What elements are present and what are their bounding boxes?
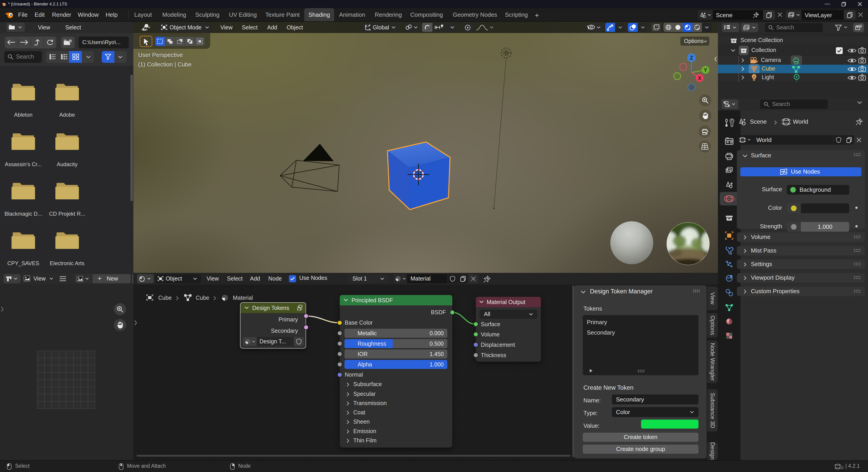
svg-text:Z: Z <box>690 55 693 61</box>
svg-text:X: X <box>698 75 702 81</box>
svg-text:Y: Y <box>704 67 707 73</box>
